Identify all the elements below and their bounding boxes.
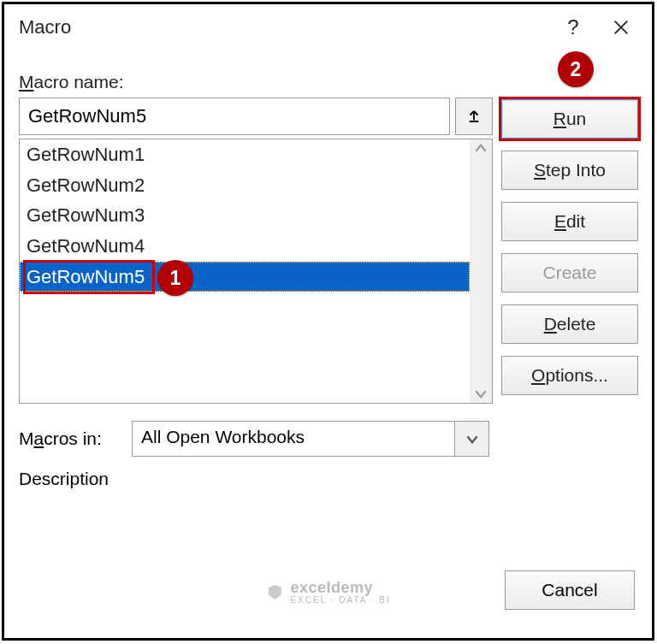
macro-name-input[interactable]	[19, 97, 450, 135]
list-item[interactable]: GetRowNum1	[20, 139, 470, 170]
list-item[interactable]: GetRowNum2	[20, 170, 470, 201]
macro-listbox[interactable]: GetRowNum1GetRowNum2GetRowNum3GetRowNum4…	[19, 139, 493, 404]
macros-in-label: Macros in:	[19, 428, 120, 449]
chevron-down-icon	[475, 387, 487, 399]
chevron-up-icon	[475, 143, 487, 155]
delete-button[interactable]: Delete	[501, 304, 638, 344]
macro-dialog: Macro ? Macro name:	[7, 7, 650, 637]
step-into-button[interactable]: Step Into	[501, 151, 638, 190]
close-icon	[612, 18, 630, 37]
macro-name-label: Macro name:	[19, 72, 638, 92]
arrow-up-icon	[466, 109, 482, 124]
macros-in-combo[interactable]: All Open Workbooks	[132, 421, 489, 457]
options-button[interactable]: Options...	[501, 356, 638, 395]
help-button[interactable]: ?	[549, 9, 597, 46]
watermark-tagline: EXCEL · DATA · BI	[290, 595, 390, 605]
close-button[interactable]	[597, 9, 645, 46]
description-label: Description	[19, 469, 493, 489]
cancel-button[interactable]: Cancel	[505, 570, 635, 610]
scrollbar[interactable]	[470, 139, 492, 403]
edit-button[interactable]: Edit	[501, 202, 638, 241]
list-item[interactable]: GetRowNum4	[20, 231, 470, 262]
macros-in-value: All Open Workbooks	[133, 422, 454, 456]
chevron-down-icon	[466, 433, 478, 445]
list-item[interactable]: GetRowNum5	[20, 262, 470, 292]
dialog-title: Macro	[19, 16, 549, 38]
run-button[interactable]: Run	[501, 99, 638, 139]
help-icon: ?	[567, 15, 578, 39]
titlebar: Macro ?	[7, 7, 650, 48]
watermark: exceldemy EXCEL · DATA · BI	[266, 579, 390, 605]
create-button: Create	[501, 253, 638, 292]
watermark-icon	[266, 583, 283, 600]
collapse-refedit-button[interactable]	[455, 97, 493, 135]
list-item[interactable]: GetRowNum3	[20, 200, 470, 231]
watermark-name: exceldemy	[290, 579, 390, 597]
combo-dropdown-button[interactable]	[454, 422, 488, 456]
